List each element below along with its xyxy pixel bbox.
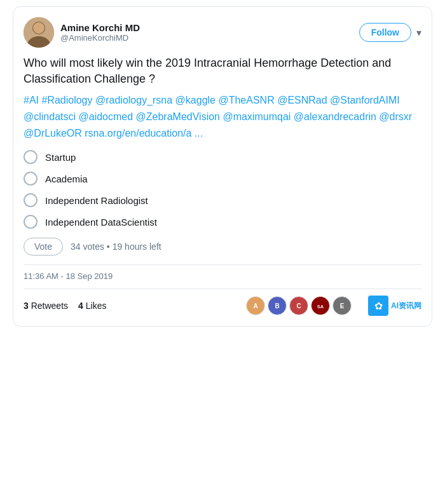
liker-avatar-1: A [246,296,265,315]
poll-section: Startup Academia Independent Radiologist… [24,150,421,255]
watermark-symbol: ✿ [374,300,383,312]
liker-avatar-2: B [268,296,287,315]
poll-meta: 34 votes • 19 hours left [71,242,161,252]
svg-text:SA: SA [317,304,324,310]
poll-option-1[interactable]: Startup [24,150,421,164]
radio-academia[interactable] [24,172,38,186]
poll-option-label-ind-rad: Independent Radiologist [45,195,148,206]
poll-option-label-ind-ds: Independent DataScientist [45,217,157,228]
svg-point-3 [33,22,44,34]
liker-avatars: A B C SA E [246,296,352,315]
vote-button[interactable]: Vote [24,238,63,255]
poll-option-label-startup: Startup [45,152,76,163]
tweet-links-text[interactable]: #AI #Radiology @radiology_rsna @kaggle @… [24,92,421,141]
radio-independent-datascientist[interactable] [24,215,38,229]
poll-option-4[interactable]: Independent DataScientist [24,215,421,229]
tweet-main-text: Who will most likely win the 2019 Intrac… [24,55,421,87]
likes-stat: 4 Likes [78,301,106,311]
poll-option-2[interactable]: Academia [24,172,421,186]
tweet-header-right: Follow ▾ [359,23,421,42]
liker-avatar-4: SA [311,296,330,315]
radio-startup[interactable] [24,150,38,164]
username: @AmineKorchiMD [60,33,140,43]
watermark: ✿ AI资讯网 [368,296,421,316]
avatar [24,17,54,48]
poll-option-3[interactable]: Independent Radiologist [24,193,421,207]
watermark-logo: ✿ [368,296,388,316]
watermark-text: AI资讯网 [391,301,421,311]
poll-option-label-academia: Academia [45,174,88,184]
chevron-down-icon[interactable]: ▾ [416,27,421,39]
display-name: Amine Korchi MD [60,22,140,33]
tweet-stats: 3 Retweets 4 Likes A B C SA E ✿ AI资讯网 [24,289,421,316]
user-info: Amine Korchi MD @AmineKorchiMD [60,22,140,43]
liker-avatar-5: E [332,296,352,315]
tweet-header: Amine Korchi MD @AmineKorchiMD Follow ▾ [24,17,421,48]
tweet-timestamp: 11:36 AM - 18 Sep 2019 [24,264,421,281]
tweet-card: Amine Korchi MD @AmineKorchiMD Follow ▾ … [13,6,432,327]
tweet-header-left: Amine Korchi MD @AmineKorchiMD [24,17,140,48]
likes-count: 4 [78,301,83,311]
radio-independent-radiologist[interactable] [24,193,38,207]
tweet-body: Who will most likely win the 2019 Intrac… [24,55,421,141]
follow-button[interactable]: Follow [359,23,411,42]
liker-avatar-3: C [289,296,308,315]
retweets-count: 3 [24,301,29,311]
poll-footer: Vote 34 votes • 19 hours left [24,238,421,255]
retweets-stat: 3 Retweets [24,301,68,311]
